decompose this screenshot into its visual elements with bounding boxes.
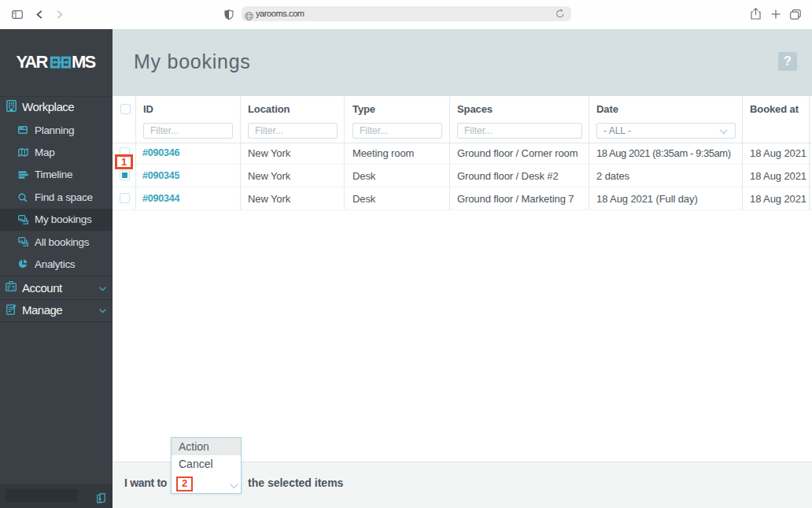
svg-text:YAR: YAR	[17, 56, 48, 69]
svg-text:MS: MS	[72, 56, 96, 69]
